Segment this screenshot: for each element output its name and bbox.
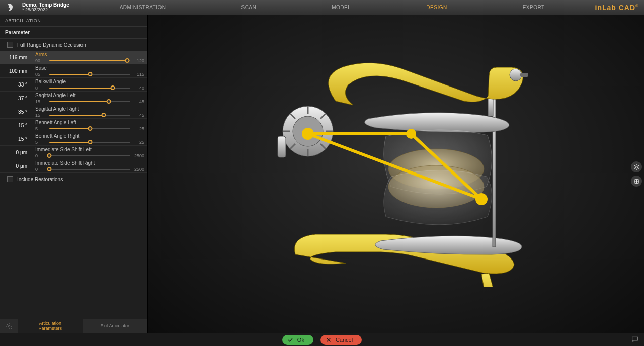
- slider-thumb[interactable]: [101, 113, 106, 117]
- slider-min: 90: [35, 58, 46, 63]
- full-range-occlusion-checkbox[interactable]: Full Range Dynamic Occlusion: [0, 39, 147, 51]
- panel-header: ARTICULATION: [0, 15, 147, 27]
- slider-track[interactable]: [49, 141, 130, 143]
- param-value: 15 °: [0, 136, 30, 142]
- tab-model[interactable]: MODEL: [332, 5, 351, 10]
- slider-min: 15: [35, 99, 46, 104]
- titlebar: Demo, Temp Bridge * 25/03/2022 ADMINISTR…: [0, 0, 644, 15]
- check-icon: [287, 337, 293, 343]
- param-label: Arms: [35, 52, 144, 57]
- svg-point-0: [8, 325, 10, 327]
- slider-track[interactable]: [49, 155, 130, 157]
- slider-track[interactable]: [49, 73, 130, 75]
- svg-point-22: [406, 129, 416, 139]
- checkbox-icon: [7, 42, 13, 48]
- param-row-bennett-angle-left[interactable]: 15 °Bennett Angle Left525: [0, 119, 147, 132]
- tab-administration[interactable]: ADMINISTRATION: [120, 5, 166, 10]
- tab-design[interactable]: DESIGN: [426, 5, 447, 10]
- slider-max: 40: [133, 85, 144, 91]
- param-row-immediate-side-shift-right[interactable]: 0 µmImmediate Side Shift Right02500: [0, 159, 147, 173]
- param-row-immediate-side-shift-left[interactable]: 0 µmImmediate Side Shift Left02500: [0, 146, 147, 159]
- slider-max: 2500: [133, 167, 144, 172]
- param-value: 0 µm: [0, 150, 30, 155]
- slider-track[interactable]: [49, 128, 130, 130]
- slider-thumb[interactable]: [110, 85, 115, 90]
- slider-thumb[interactable]: [88, 126, 92, 131]
- ok-button[interactable]: Ok: [282, 335, 313, 345]
- param-value: 100 mm: [0, 68, 30, 74]
- cancel-label: Cancel: [336, 337, 353, 343]
- slider-track[interactable]: [49, 168, 130, 170]
- svg-point-23: [475, 193, 488, 205]
- full-range-label: Full Range Dynamic Occlusion: [17, 42, 86, 48]
- param-value: 33 °: [0, 82, 30, 88]
- slider-thumb[interactable]: [125, 58, 129, 63]
- cancel-button[interactable]: Cancel: [320, 335, 362, 345]
- settings-button[interactable]: [0, 319, 18, 333]
- slider-track[interactable]: [49, 114, 130, 116]
- tab-exit-articulator-label: Exit Articulator: [100, 324, 129, 329]
- param-value: 35 °: [0, 109, 30, 115]
- slider-track[interactable]: [49, 101, 130, 103]
- view-mode-button-2[interactable]: [631, 176, 642, 187]
- slider-min: 5: [35, 126, 46, 131]
- brand-label: inLab CAD®: [595, 4, 639, 12]
- project-info: Demo, Temp Bridge * 25/03/2022: [22, 3, 69, 13]
- project-date: * 25/03/2022: [22, 8, 69, 12]
- param-row-balkwill-angle[interactable]: 33 °Balkwill Angle840: [0, 78, 147, 92]
- slider-min: 8: [35, 85, 46, 91]
- tab-export[interactable]: EXPORT: [523, 5, 545, 10]
- param-row-base[interactable]: 100 mmBase85115: [0, 64, 147, 78]
- chat-icon[interactable]: [631, 335, 639, 343]
- param-row-arms[interactable]: 119 mmArms90120: [0, 51, 147, 64]
- slider-max: 45: [133, 99, 144, 104]
- checkbox-icon: [7, 176, 13, 182]
- tab-articulation-parameters[interactable]: Articulation Parameters: [18, 319, 83, 333]
- parameter-panel: ARTICULATION Parameter Full Range Dynami…: [0, 15, 148, 333]
- param-row-sagittal-angle-left[interactable]: 37 °Sagittal Angle Left1545: [0, 92, 147, 105]
- slider-max: 45: [133, 113, 144, 118]
- param-label: Immediate Side Shift Right: [35, 160, 144, 166]
- slider-max: 25: [133, 126, 144, 131]
- slider-min: 85: [35, 72, 46, 77]
- svg-point-3: [510, 69, 522, 81]
- param-label: Base: [35, 65, 144, 71]
- include-restorations-checkbox[interactable]: Include Restorations: [0, 173, 147, 185]
- slider-max: 25: [133, 140, 144, 145]
- articulator-model: [260, 36, 532, 287]
- ok-label: Ok: [297, 337, 304, 343]
- svg-point-21: [302, 128, 314, 140]
- param-row-sagittal-angle-right[interactable]: 35 °Sagittal Angle Right1545: [0, 105, 147, 119]
- side-tabs: Articulation Parameters Exit Articulator: [0, 319, 147, 333]
- close-icon: [326, 337, 332, 343]
- slider-max: 115: [133, 72, 144, 77]
- param-label: Bennett Angle Right: [35, 133, 144, 139]
- param-value: 119 mm: [0, 55, 30, 60]
- tab-scan[interactable]: SCAN: [241, 5, 256, 10]
- slider-thumb[interactable]: [88, 140, 92, 144]
- action-bar: Ok Cancel: [0, 333, 644, 346]
- view-mode-button-1[interactable]: [631, 161, 642, 172]
- app-logo-icon: [5, 3, 15, 13]
- slider-thumb[interactable]: [47, 167, 52, 171]
- panel-subheader: Parameter: [0, 27, 147, 39]
- slider-max: 120: [133, 58, 144, 63]
- 3d-viewport[interactable]: [148, 15, 644, 333]
- slider-thumb[interactable]: [106, 99, 111, 104]
- slider-track[interactable]: [49, 87, 130, 89]
- tab-articulation-parameters-label: Articulation Parameters: [38, 321, 62, 331]
- param-label: Bennett Angle Left: [35, 120, 144, 125]
- param-label: Sagittal Angle Right: [35, 106, 144, 112]
- slider-min: 15: [35, 113, 46, 118]
- svg-rect-4: [520, 73, 528, 77]
- slider-min: 5: [35, 140, 46, 145]
- slider-min: 0: [35, 167, 46, 172]
- param-label: Balkwill Angle: [35, 79, 144, 84]
- slider-track[interactable]: [49, 60, 130, 62]
- tab-exit-articulator[interactable]: Exit Articulator: [83, 319, 148, 333]
- slider-thumb[interactable]: [88, 72, 92, 76]
- slider-min: 0: [35, 153, 46, 158]
- slider-thumb[interactable]: [47, 153, 52, 158]
- param-row-bennett-angle-right[interactable]: 15 °Bennett Angle Right525: [0, 132, 147, 146]
- view-tools: [631, 161, 642, 187]
